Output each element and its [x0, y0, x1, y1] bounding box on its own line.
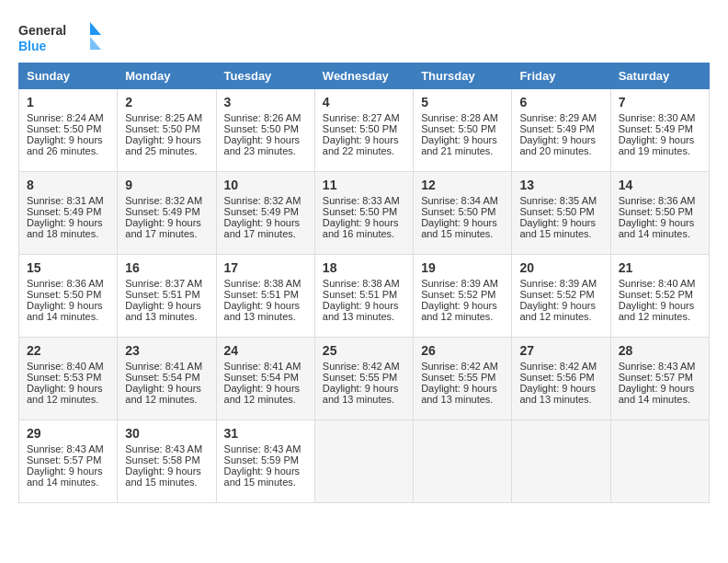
sunrise: Sunrise: 8:42 AM: [519, 361, 597, 372]
sunrise: Sunrise: 8:24 AM: [27, 112, 104, 123]
day-number: 17: [224, 260, 307, 275]
sunset: Sunset: 5:56 PM: [519, 372, 594, 383]
sunrise: Sunrise: 8:39 AM: [421, 278, 498, 289]
day-number: 31: [224, 426, 307, 441]
daylight: Daylight: 9 hours and 20 minutes.: [519, 134, 596, 156]
calendar-day-cell: [610, 420, 709, 503]
calendar-day-cell: 26Sunrise: 8:42 AMSunset: 5:55 PMDayligh…: [414, 338, 512, 420]
sunset: Sunset: 5:55 PM: [323, 372, 397, 383]
sunrise: Sunrise: 8:42 AM: [323, 361, 400, 372]
calendar-day-cell: 24Sunrise: 8:41 AMSunset: 5:54 PMDayligh…: [216, 338, 314, 420]
sunset: Sunset: 5:49 PM: [125, 206, 199, 217]
sunset: Sunset: 5:53 PM: [27, 372, 101, 383]
daylight: Daylight: 9 hours and 12 minutes.: [519, 300, 596, 322]
calendar-day-cell: 9Sunrise: 8:32 AMSunset: 5:49 PMDaylight…: [118, 172, 216, 255]
sunset: Sunset: 5:50 PM: [323, 123, 397, 134]
day-number: 9: [125, 178, 208, 192]
daylight: Daylight: 9 hours and 26 minutes.: [27, 134, 103, 156]
calendar-week-row: 22Sunrise: 8:40 AMSunset: 5:53 PMDayligh…: [19, 338, 710, 420]
daylight: Daylight: 9 hours and 13 minutes.: [125, 300, 201, 322]
day-number: 27: [519, 343, 602, 358]
sunset: Sunset: 5:58 PM: [125, 454, 199, 465]
day-number: 30: [125, 426, 208, 441]
sunrise: Sunrise: 8:37 AM: [125, 278, 202, 289]
sunrise: Sunrise: 8:26 AM: [224, 112, 301, 123]
daylight: Daylight: 9 hours and 14 minutes.: [619, 383, 695, 405]
sunrise: Sunrise: 8:43 AM: [619, 361, 696, 372]
calendar-day-cell: 4Sunrise: 8:27 AMSunset: 5:50 PMDaylight…: [314, 89, 413, 172]
daylight: Daylight: 9 hours and 12 minutes.: [27, 383, 103, 405]
calendar-week-row: 29Sunrise: 8:43 AMSunset: 5:57 PMDayligh…: [19, 420, 710, 503]
calendar-day-cell: 21Sunrise: 8:40 AMSunset: 5:52 PMDayligh…: [610, 255, 709, 338]
daylight: Daylight: 9 hours and 15 minutes.: [224, 465, 301, 488]
daylight: Daylight: 9 hours and 25 minutes.: [125, 134, 201, 156]
daylight: Daylight: 9 hours and 12 minutes.: [224, 383, 301, 405]
daylight: Daylight: 9 hours and 21 minutes.: [421, 134, 497, 156]
day-number: 23: [125, 343, 208, 358]
calendar-week-row: 8Sunrise: 8:31 AMSunset: 5:49 PMDaylight…: [19, 172, 710, 255]
calendar-week-row: 15Sunrise: 8:36 AMSunset: 5:50 PMDayligh…: [19, 255, 710, 338]
sunrise: Sunrise: 8:41 AM: [224, 361, 301, 372]
calendar-day-cell: [512, 420, 610, 503]
sunrise: Sunrise: 8:39 AM: [519, 278, 597, 289]
daylight: Daylight: 9 hours and 19 minutes.: [619, 134, 695, 156]
sunset: Sunset: 5:50 PM: [519, 206, 594, 217]
day-number: 14: [619, 178, 701, 192]
sunset: Sunset: 5:52 PM: [519, 289, 594, 300]
day-number: 12: [421, 178, 504, 192]
daylight: Daylight: 9 hours and 14 minutes.: [619, 217, 695, 239]
day-number: 24: [224, 343, 307, 358]
sunrise: Sunrise: 8:32 AM: [224, 195, 301, 206]
daylight: Daylight: 9 hours and 14 minutes.: [27, 300, 103, 322]
calendar-day-cell: 2Sunrise: 8:25 AMSunset: 5:50 PMDaylight…: [118, 89, 216, 172]
calendar-day-cell: 27Sunrise: 8:42 AMSunset: 5:56 PMDayligh…: [512, 338, 610, 420]
calendar-week-row: 1Sunrise: 8:24 AMSunset: 5:50 PMDaylight…: [19, 89, 710, 172]
sunrise: Sunrise: 8:32 AM: [125, 195, 202, 206]
calendar-day-cell: 28Sunrise: 8:43 AMSunset: 5:57 PMDayligh…: [610, 338, 709, 420]
logo: General Blue: [18, 18, 110, 55]
day-number: 26: [421, 343, 504, 358]
sunrise: Sunrise: 8:43 AM: [125, 443, 202, 454]
sunset: Sunset: 5:50 PM: [27, 289, 101, 300]
daylight: Daylight: 9 hours and 13 minutes.: [323, 383, 399, 405]
sunset: Sunset: 5:50 PM: [421, 123, 495, 134]
daylight: Daylight: 9 hours and 13 minutes.: [519, 383, 596, 405]
calendar-day-cell: 12Sunrise: 8:34 AMSunset: 5:50 PMDayligh…: [414, 172, 512, 255]
day-number: 2: [125, 95, 208, 109]
daylight: Daylight: 9 hours and 13 minutes.: [224, 300, 301, 322]
sunrise: Sunrise: 8:34 AM: [421, 195, 498, 206]
logo-svg: General Blue: [18, 18, 110, 55]
day-number: 3: [224, 95, 307, 109]
day-number: 28: [619, 343, 701, 358]
sunset: Sunset: 5:50 PM: [27, 123, 101, 134]
calendar-day-cell: 5Sunrise: 8:28 AMSunset: 5:50 PMDaylight…: [414, 89, 512, 172]
sunrise: Sunrise: 8:29 AM: [519, 112, 597, 123]
calendar-day-cell: 20Sunrise: 8:39 AMSunset: 5:52 PMDayligh…: [512, 255, 610, 338]
header: General Blue: [18, 18, 710, 55]
daylight: Daylight: 9 hours and 12 minutes.: [125, 383, 201, 405]
calendar-day-cell: 16Sunrise: 8:37 AMSunset: 5:51 PMDayligh…: [118, 255, 216, 338]
sunrise: Sunrise: 8:31 AM: [27, 195, 104, 206]
sunrise: Sunrise: 8:38 AM: [323, 278, 400, 289]
daylight: Daylight: 9 hours and 15 minutes.: [125, 465, 201, 488]
calendar-day-cell: 19Sunrise: 8:39 AMSunset: 5:52 PMDayligh…: [414, 255, 512, 338]
sunset: Sunset: 5:52 PM: [619, 289, 693, 300]
sunset: Sunset: 5:49 PM: [519, 123, 594, 134]
sunrise: Sunrise: 8:38 AM: [224, 278, 301, 289]
sunset: Sunset: 5:54 PM: [125, 372, 199, 383]
svg-text:General: General: [18, 23, 66, 38]
calendar-day-cell: 3Sunrise: 8:26 AMSunset: 5:50 PMDaylight…: [216, 89, 314, 172]
svg-marker-3: [90, 37, 101, 50]
daylight: Daylight: 9 hours and 23 minutes.: [224, 134, 301, 156]
daylight: Daylight: 9 hours and 22 minutes.: [323, 134, 399, 156]
daylight: Daylight: 9 hours and 17 minutes.: [125, 217, 201, 239]
weekday-header-thursday: Thursday: [414, 63, 512, 89]
sunrise: Sunrise: 8:28 AM: [421, 112, 498, 123]
sunset: Sunset: 5:50 PM: [619, 206, 693, 217]
day-number: 10: [224, 178, 307, 192]
sunrise: Sunrise: 8:36 AM: [619, 195, 696, 206]
calendar-day-cell: 8Sunrise: 8:31 AMSunset: 5:49 PMDaylight…: [19, 172, 118, 255]
sunset: Sunset: 5:51 PM: [125, 289, 199, 300]
sunrise: Sunrise: 8:36 AM: [27, 278, 104, 289]
daylight: Daylight: 9 hours and 17 minutes.: [224, 217, 301, 239]
